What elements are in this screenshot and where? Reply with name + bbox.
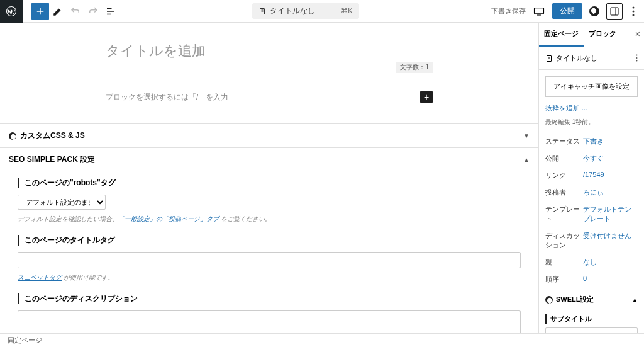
sidebar-page-title: タイトルなし xyxy=(556,54,597,63)
publish-value[interactable]: 今すぐ xyxy=(583,154,638,163)
swell-toolbar-icon[interactable] xyxy=(587,4,601,18)
settings-sidebar-toggle[interactable] xyxy=(606,3,623,20)
svg-rect-11 xyxy=(611,8,618,15)
author-value[interactable]: ろにぃ xyxy=(583,188,638,197)
add-block-inline-button[interactable]: + xyxy=(420,91,433,103)
description-textarea[interactable] xyxy=(18,310,521,333)
main-area: タイトルを追加 文字数：1 ブロックを選択するには「/」を入力 + カスタムCS… xyxy=(0,23,644,333)
link-label: リンク xyxy=(545,171,583,180)
svg-point-15 xyxy=(633,14,635,16)
svg-point-20 xyxy=(636,57,638,59)
robots-select[interactable]: デフォルト設定のまま xyxy=(18,195,106,210)
tab-block[interactable]: ブロック xyxy=(584,23,621,47)
chevron-up-icon: ▲ xyxy=(632,297,638,303)
chevron-down-icon: ▼ xyxy=(523,132,530,139)
character-count-badge: 文字数：1 xyxy=(396,62,433,73)
link-value[interactable]: /17549 xyxy=(583,171,638,180)
snippet-tag-link[interactable]: スニペットタグ xyxy=(18,274,62,281)
robots-help-link[interactable]: 「一般設定」の「投稿ページ」タブ xyxy=(118,215,219,222)
document-outline-icon[interactable] xyxy=(102,3,119,20)
order-label: 順序 xyxy=(545,275,583,284)
robots-label: このページの"robots"タグ xyxy=(18,178,521,188)
robots-help: デフォルト設定を確認したい場合、「一般設定」の「投稿ページ」タブ をご覧ください… xyxy=(18,215,521,224)
set-featured-image-button[interactable]: アイキャッチ画像を設定 xyxy=(545,76,638,97)
add-excerpt-link[interactable]: 抜粋を追加 ... xyxy=(545,104,587,111)
discussion-value[interactable]: 受け付けません xyxy=(583,231,638,250)
preview-button[interactable] xyxy=(531,3,547,20)
close-sidebar-button[interactable]: × xyxy=(635,29,640,39)
add-block-button[interactable] xyxy=(31,3,49,20)
titletag-help: スニペットタグ が使用可能です。 xyxy=(18,273,521,282)
svg-point-13 xyxy=(633,6,635,8)
template-label: テンプレート xyxy=(545,205,583,224)
editor-canvas: タイトルを追加 文字数：1 ブロックを選択するには「/」を入力 + カスタムCS… xyxy=(0,23,538,333)
cmd-k-hint: ⌘K xyxy=(341,7,352,15)
last-edited-text: 最終編集 1秒前。 xyxy=(539,118,644,133)
parent-label: 親 xyxy=(545,258,583,267)
settings-sidebar: 固定ページ ブロック × タイトルなし アイキャッチ画像を設定 抜粋を追加 ..… xyxy=(538,23,644,333)
breadcrumb-item[interactable]: 固定ページ xyxy=(8,336,42,345)
wordpress-logo[interactable] xyxy=(0,0,23,23)
publish-button[interactable]: 公開 xyxy=(552,3,582,19)
block-prompt-text[interactable]: ブロックを選択するには「/」を入力 xyxy=(106,92,228,103)
description-label: このページのディスクリプション xyxy=(18,293,521,304)
titletag-label: このページのタイトルタグ xyxy=(18,235,521,246)
subtitle-input[interactable] xyxy=(545,327,638,333)
page-icon xyxy=(545,55,553,62)
titletag-input[interactable] xyxy=(18,252,521,268)
tab-page[interactable]: 固定ページ xyxy=(539,23,584,47)
more-options-button[interactable] xyxy=(628,6,639,16)
redo-icon[interactable] xyxy=(84,3,102,20)
swell-icon xyxy=(9,132,16,140)
page-actions-button[interactable] xyxy=(636,54,638,63)
page-title-input[interactable]: タイトルを追加 xyxy=(106,42,433,60)
document-summary-button[interactable]: タイトルなし ⌘K xyxy=(252,3,359,19)
edit-tool-icon[interactable] xyxy=(49,3,67,20)
page-icon xyxy=(258,8,266,15)
swell-settings-header[interactable]: SWELL設定 ▲ xyxy=(539,288,644,310)
custom-css-js-panel: カスタムCSS & JS ▼ xyxy=(0,123,538,147)
publish-label: 公開 xyxy=(545,154,583,163)
swell-settings-section: SWELL設定 ▲ サブタイトル アイキャッチ画像の注釈 xyxy=(539,288,644,333)
undo-icon[interactable] xyxy=(67,3,84,20)
svg-point-21 xyxy=(636,60,638,61)
seo-panel: SEO SIMPLE PACK 設定 ▲ このページの"robots"タグ デフ… xyxy=(0,147,538,333)
status-label: ステータス xyxy=(545,137,583,146)
footer-breadcrumb: 固定ページ xyxy=(0,333,644,347)
author-label: 投稿者 xyxy=(545,188,583,197)
top-toolbar: タイトルなし ⌘K 下書き保存 公開 xyxy=(0,0,644,23)
discussion-label: ディスカッション xyxy=(545,231,583,250)
doc-title: タイトルなし xyxy=(270,6,315,16)
template-value[interactable]: デフォルトテンプレート xyxy=(583,205,638,224)
svg-point-14 xyxy=(633,10,635,12)
swell-icon xyxy=(545,296,553,304)
order-value[interactable]: 0 xyxy=(583,275,638,284)
parent-value[interactable]: なし xyxy=(583,258,638,267)
custom-css-js-header[interactable]: カスタムCSS & JS ▼ xyxy=(0,124,538,147)
seo-panel-header[interactable]: SEO SIMPLE PACK 設定 ▲ xyxy=(0,148,538,171)
chevron-up-icon: ▲ xyxy=(523,156,530,163)
svg-point-19 xyxy=(636,54,638,55)
svg-rect-9 xyxy=(535,8,544,13)
save-draft-button[interactable]: 下書き保存 xyxy=(491,6,526,16)
status-value[interactable]: 下書き xyxy=(583,137,638,146)
subtitle-label: サブタイトル xyxy=(545,314,638,324)
